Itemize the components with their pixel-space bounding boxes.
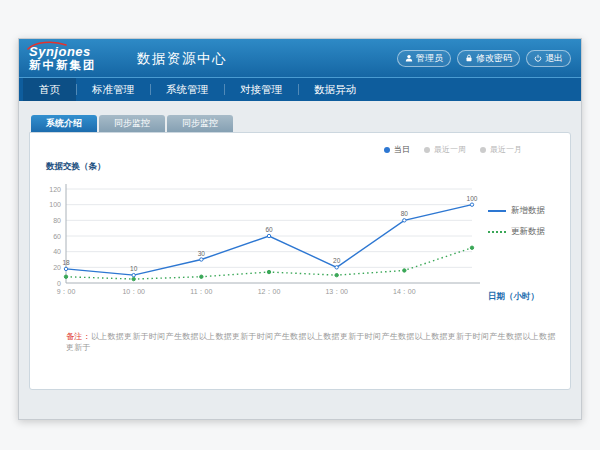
- legend-last-week[interactable]: 最近一周: [424, 144, 466, 155]
- footnote-label: 备注：: [66, 332, 91, 341]
- tab-system-intro[interactable]: 系统介绍: [31, 115, 97, 132]
- legend-today-label: 当日: [394, 144, 410, 155]
- x-axis-title: 日期（小时）: [488, 291, 539, 303]
- logo-wordmark: Synjones: [29, 45, 121, 59]
- header-actions: 管理员 修改密码 退出: [397, 50, 571, 67]
- app-window: Synjones 新中新集团 数据资源中心 管理员 修改密码: [18, 38, 582, 420]
- svg-text:80: 80: [401, 210, 409, 217]
- tab-sync-monitor-1[interactable]: 同步监控: [99, 115, 165, 132]
- svg-text:10：00: 10：00: [122, 288, 145, 295]
- admin-button-label: 管理员: [416, 52, 443, 65]
- footnote-text: 以上数据更新于时间产生数据以上数据更新于时间产生数据以上数据更新于时间产生数据以…: [66, 332, 556, 352]
- svg-text:11：00: 11：00: [190, 288, 212, 295]
- svg-text:60: 60: [265, 226, 273, 233]
- nav-item-docking-mgmt[interactable]: 对接管理: [224, 78, 298, 101]
- legend-today[interactable]: 当日: [384, 144, 410, 155]
- svg-text:120: 120: [49, 186, 61, 193]
- svg-text:18: 18: [62, 259, 70, 266]
- svg-text:10: 10: [130, 265, 138, 272]
- user-icon: [405, 54, 413, 62]
- legend-last-month[interactable]: 最近一月: [480, 144, 522, 155]
- chart-period-legend: 当日 最近一周 最近一月: [384, 144, 522, 155]
- legend-dot-icon: [424, 147, 430, 153]
- svg-text:40: 40: [53, 248, 61, 255]
- y-axis-title: 数据交换（条）: [46, 161, 570, 173]
- page-title: 数据资源中心: [137, 48, 227, 68]
- content-area: 系统介绍 同步监控 同步监控 当日 最近一周 最近一月 数据交换（条）: [19, 101, 581, 419]
- svg-text:100: 100: [49, 201, 61, 208]
- legend-dot-icon: [384, 147, 390, 153]
- dotted-line-icon: [488, 231, 506, 233]
- main-nav: 首页 标准管理 系统管理 对接管理 数据异动: [19, 77, 581, 101]
- svg-text:80: 80: [53, 217, 61, 224]
- logo-text: Synjones: [29, 44, 91, 59]
- svg-text:60: 60: [53, 233, 61, 240]
- nav-item-home[interactable]: 首页: [23, 78, 76, 101]
- legend-update-data[interactable]: 更新数据: [488, 226, 570, 238]
- legend-new-data[interactable]: 新增数据: [488, 205, 570, 217]
- change-password-label: 修改密码: [476, 52, 512, 65]
- chart-panel: 当日 最近一周 最近一月 数据交换（条） 0204060801001209：00…: [29, 132, 571, 390]
- svg-text:14：00: 14：00: [393, 288, 416, 295]
- tab-sync-monitor-2[interactable]: 同步监控: [167, 115, 233, 132]
- footnote: 备注：以上数据更新于时间产生数据以上数据更新于时间产生数据以上数据更新于时间产生…: [66, 331, 556, 353]
- nav-item-standard-mgmt[interactable]: 标准管理: [76, 78, 150, 101]
- line-chart: 0204060801001209：0010：0011：0012：0013：001…: [36, 175, 488, 307]
- solid-line-icon: [488, 210, 506, 212]
- logout-button[interactable]: 退出: [526, 50, 571, 67]
- chart-row: 0204060801001209：0010：0011：0012：0013：001…: [30, 175, 570, 307]
- tab-bar: 系统介绍 同步监控 同步监控: [31, 115, 571, 132]
- header: Synjones 新中新集团 数据资源中心 管理员 修改密码: [19, 39, 581, 77]
- svg-text:12：00: 12：00: [258, 288, 281, 295]
- svg-text:0: 0: [57, 280, 61, 287]
- logo: Synjones 新中新集团: [29, 45, 121, 72]
- change-password-button[interactable]: 修改密码: [457, 50, 520, 67]
- nav-item-data-changes[interactable]: 数据异动: [298, 78, 372, 101]
- legend-last-week-label: 最近一周: [434, 144, 466, 155]
- admin-button[interactable]: 管理员: [397, 50, 451, 67]
- svg-text:100: 100: [467, 195, 478, 202]
- nav-item-system-mgmt[interactable]: 系统管理: [150, 78, 224, 101]
- legend-new-data-label: 新增数据: [511, 205, 545, 217]
- svg-text:30: 30: [198, 250, 206, 257]
- svg-text:13：00: 13：00: [325, 288, 348, 295]
- legend-last-month-label: 最近一月: [490, 144, 522, 155]
- power-icon: [534, 54, 542, 62]
- logo-subtext: 新中新集团: [29, 59, 121, 72]
- svg-text:9：00: 9：00: [57, 288, 76, 295]
- svg-text:20: 20: [333, 257, 341, 264]
- logout-label: 退出: [545, 52, 563, 65]
- series-legend: 新增数据 更新数据 日期（小时）: [488, 175, 570, 307]
- legend-dot-icon: [480, 147, 486, 153]
- lock-icon: [465, 54, 473, 62]
- svg-text:20: 20: [53, 264, 61, 271]
- legend-update-data-label: 更新数据: [511, 226, 545, 238]
